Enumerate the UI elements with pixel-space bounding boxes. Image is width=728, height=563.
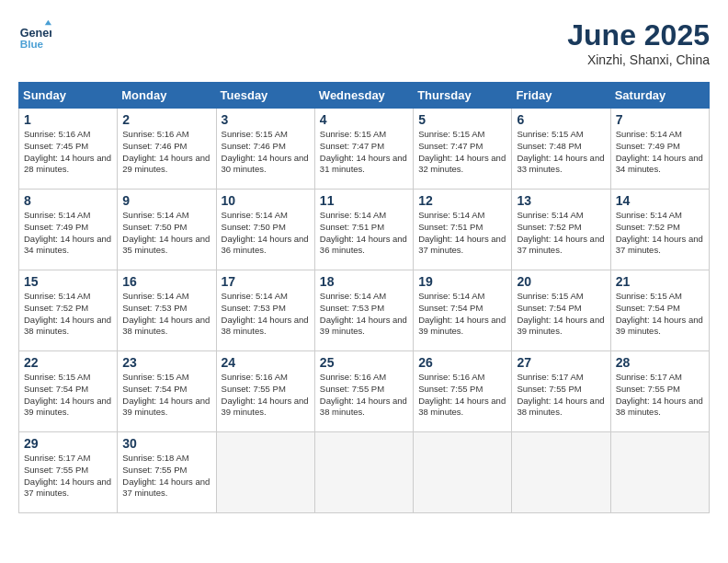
day-number: 30 bbox=[122, 436, 210, 451]
day-number: 3 bbox=[222, 112, 310, 127]
day-cell: 28 Sunrise: 5:17 AM Sunset: 7:55 PM Dayl… bbox=[610, 351, 709, 432]
sunset-label: Sunset: 7:54 PM bbox=[517, 303, 581, 313]
sunrise-label: Sunrise: 5:15 AM bbox=[24, 372, 90, 382]
sunrise-label: Sunrise: 5:14 AM bbox=[418, 210, 484, 220]
daylight-label: Daylight: 14 hours and 39 minutes. bbox=[122, 396, 210, 418]
day-number: 19 bbox=[418, 274, 506, 289]
day-info: Sunrise: 5:14 AM Sunset: 7:52 PM Dayligh… bbox=[517, 210, 605, 257]
daylight-label: Daylight: 14 hours and 37 minutes. bbox=[517, 234, 604, 256]
sunrise-label: Sunrise: 5:14 AM bbox=[616, 129, 682, 139]
day-number: 18 bbox=[320, 274, 408, 289]
sunset-label: Sunset: 7:55 PM bbox=[616, 384, 680, 394]
daylight-label: Daylight: 14 hours and 29 minutes. bbox=[122, 153, 210, 175]
day-cell: 6 Sunrise: 5:15 AM Sunset: 7:48 PM Dayli… bbox=[512, 109, 610, 190]
sunrise-label: Sunrise: 5:14 AM bbox=[222, 210, 288, 220]
day-info: Sunrise: 5:16 AM Sunset: 7:46 PM Dayligh… bbox=[122, 129, 210, 176]
day-cell: 29 Sunrise: 5:17 AM Sunset: 7:55 PM Dayl… bbox=[19, 432, 118, 513]
sunset-label: Sunset: 7:54 PM bbox=[24, 384, 88, 394]
day-info: Sunrise: 5:17 AM Sunset: 7:55 PM Dayligh… bbox=[616, 372, 704, 419]
sunset-label: Sunset: 7:51 PM bbox=[418, 222, 483, 232]
day-info: Sunrise: 5:15 AM Sunset: 7:47 PM Dayligh… bbox=[418, 129, 506, 176]
day-number: 8 bbox=[24, 193, 112, 208]
day-number: 26 bbox=[418, 355, 506, 370]
day-number: 11 bbox=[320, 193, 408, 208]
day-number: 4 bbox=[320, 112, 408, 127]
calendar-title: June 2025 bbox=[567, 18, 710, 52]
daylight-label: Daylight: 14 hours and 33 minutes. bbox=[517, 153, 604, 175]
header-thursday: Thursday bbox=[414, 83, 512, 109]
empty-cell bbox=[512, 432, 610, 513]
header-saturday: Saturday bbox=[610, 83, 709, 109]
day-number: 1 bbox=[24, 112, 112, 127]
calendar-table: Sunday Monday Tuesday Wednesday Thursday… bbox=[18, 82, 710, 513]
day-number: 15 bbox=[24, 274, 112, 289]
day-number: 21 bbox=[616, 274, 704, 289]
sunset-label: Sunset: 7:54 PM bbox=[616, 303, 680, 313]
day-number: 6 bbox=[517, 112, 605, 127]
day-cell: 14 Sunrise: 5:14 AM Sunset: 7:52 PM Dayl… bbox=[610, 190, 709, 270]
day-info: Sunrise: 5:14 AM Sunset: 7:51 PM Dayligh… bbox=[320, 210, 408, 257]
sunset-label: Sunset: 7:50 PM bbox=[222, 222, 286, 232]
sunset-label: Sunset: 7:53 PM bbox=[222, 303, 286, 313]
sunset-label: Sunset: 7:54 PM bbox=[418, 303, 483, 313]
sunrise-label: Sunrise: 5:16 AM bbox=[222, 372, 288, 382]
day-cell: 22 Sunrise: 5:15 AM Sunset: 7:54 PM Dayl… bbox=[19, 351, 118, 432]
day-info: Sunrise: 5:17 AM Sunset: 7:55 PM Dayligh… bbox=[517, 372, 605, 419]
day-cell: 3 Sunrise: 5:15 AM Sunset: 7:46 PM Dayli… bbox=[216, 109, 314, 190]
daylight-label: Daylight: 14 hours and 35 minutes. bbox=[122, 234, 210, 256]
daylight-label: Daylight: 14 hours and 38 minutes. bbox=[517, 396, 604, 418]
day-number: 20 bbox=[517, 274, 605, 289]
sunset-label: Sunset: 7:52 PM bbox=[24, 303, 88, 313]
sunrise-label: Sunrise: 5:14 AM bbox=[222, 291, 288, 301]
day-number: 28 bbox=[616, 355, 704, 370]
weekday-header-row: Sunday Monday Tuesday Wednesday Thursday… bbox=[19, 83, 710, 109]
sunrise-label: Sunrise: 5:14 AM bbox=[320, 210, 386, 220]
sunrise-label: Sunrise: 5:16 AM bbox=[320, 372, 386, 382]
daylight-label: Daylight: 14 hours and 36 minutes. bbox=[320, 234, 407, 256]
sunset-label: Sunset: 7:45 PM bbox=[24, 141, 88, 151]
day-number: 13 bbox=[517, 193, 605, 208]
day-info: Sunrise: 5:14 AM Sunset: 7:49 PM Dayligh… bbox=[616, 129, 704, 176]
daylight-label: Daylight: 14 hours and 28 minutes. bbox=[24, 153, 111, 175]
sunrise-label: Sunrise: 5:17 AM bbox=[24, 453, 90, 463]
day-cell: 26 Sunrise: 5:16 AM Sunset: 7:55 PM Dayl… bbox=[414, 351, 512, 432]
day-info: Sunrise: 5:15 AM Sunset: 7:54 PM Dayligh… bbox=[616, 291, 704, 338]
day-info: Sunrise: 5:14 AM Sunset: 7:50 PM Dayligh… bbox=[222, 210, 310, 257]
day-info: Sunrise: 5:16 AM Sunset: 7:55 PM Dayligh… bbox=[418, 372, 506, 419]
sunset-label: Sunset: 7:46 PM bbox=[122, 141, 187, 151]
day-cell: 19 Sunrise: 5:14 AM Sunset: 7:54 PM Dayl… bbox=[414, 270, 512, 351]
sunrise-label: Sunrise: 5:17 AM bbox=[616, 372, 682, 382]
day-number: 23 bbox=[122, 355, 210, 370]
day-number: 2 bbox=[122, 112, 210, 127]
sunrise-label: Sunrise: 5:15 AM bbox=[616, 291, 682, 301]
day-info: Sunrise: 5:14 AM Sunset: 7:49 PM Dayligh… bbox=[24, 210, 112, 257]
header-monday: Monday bbox=[118, 83, 216, 109]
sunrise-label: Sunrise: 5:14 AM bbox=[616, 210, 682, 220]
day-number: 22 bbox=[24, 355, 112, 370]
day-info: Sunrise: 5:14 AM Sunset: 7:52 PM Dayligh… bbox=[616, 210, 704, 257]
day-cell: 18 Sunrise: 5:14 AM Sunset: 7:53 PM Dayl… bbox=[314, 270, 413, 351]
sunset-label: Sunset: 7:52 PM bbox=[517, 222, 581, 232]
sunset-label: Sunset: 7:54 PM bbox=[122, 384, 187, 394]
sunrise-label: Sunrise: 5:15 AM bbox=[320, 129, 386, 139]
daylight-label: Daylight: 14 hours and 32 minutes. bbox=[418, 153, 506, 175]
day-cell: 13 Sunrise: 5:14 AM Sunset: 7:52 PM Dayl… bbox=[512, 190, 610, 270]
daylight-label: Daylight: 14 hours and 39 minutes. bbox=[222, 396, 309, 418]
sunrise-label: Sunrise: 5:14 AM bbox=[24, 210, 90, 220]
day-cell: 15 Sunrise: 5:14 AM Sunset: 7:52 PM Dayl… bbox=[19, 270, 118, 351]
day-info: Sunrise: 5:16 AM Sunset: 7:45 PM Dayligh… bbox=[24, 129, 112, 176]
calendar-row: 1 Sunrise: 5:16 AM Sunset: 7:45 PM Dayli… bbox=[19, 109, 710, 190]
sunrise-label: Sunrise: 5:14 AM bbox=[418, 291, 484, 301]
daylight-label: Daylight: 14 hours and 34 minutes. bbox=[24, 234, 111, 256]
header-sunday: Sunday bbox=[19, 83, 118, 109]
sunset-label: Sunset: 7:53 PM bbox=[320, 303, 384, 313]
day-number: 14 bbox=[616, 193, 704, 208]
daylight-label: Daylight: 14 hours and 38 minutes. bbox=[122, 315, 210, 337]
sunrise-label: Sunrise: 5:16 AM bbox=[122, 129, 188, 139]
sunrise-label: Sunrise: 5:14 AM bbox=[24, 291, 90, 301]
day-cell: 9 Sunrise: 5:14 AM Sunset: 7:50 PM Dayli… bbox=[118, 190, 216, 270]
title-block: June 2025 Xinzhi, Shanxi, China bbox=[567, 18, 710, 67]
daylight-label: Daylight: 14 hours and 39 minutes. bbox=[616, 315, 703, 337]
day-cell: 2 Sunrise: 5:16 AM Sunset: 7:46 PM Dayli… bbox=[118, 109, 216, 190]
day-info: Sunrise: 5:14 AM Sunset: 7:50 PM Dayligh… bbox=[122, 210, 210, 257]
